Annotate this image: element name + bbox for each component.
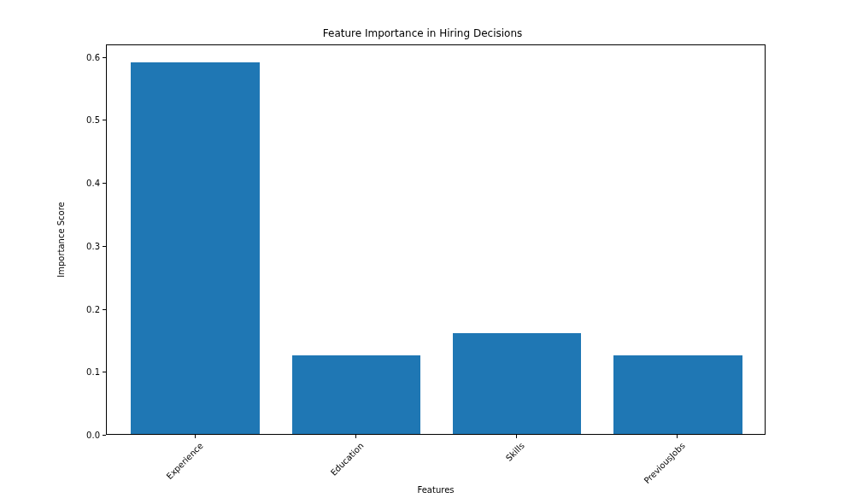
figure: Feature Importance in Hiring Decisions I… — [0, 0, 845, 504]
ytick-label: 0.4 — [66, 179, 100, 188]
ytick-mark — [103, 120, 106, 120]
bar — [613, 355, 742, 434]
plot-area — [107, 45, 765, 434]
xtick-mark — [195, 435, 196, 438]
y-axis-label-text: Importance Score — [56, 202, 66, 278]
ytick-mark — [103, 183, 106, 184]
x-axis-label: Features — [106, 485, 766, 495]
ytick-mark — [103, 309, 106, 310]
xtick-mark — [516, 435, 517, 438]
y-axis-label: Importance Score — [55, 44, 67, 435]
ytick-label: 0.6 — [66, 52, 100, 62]
ytick-mark — [103, 435, 106, 436]
bar — [453, 333, 582, 434]
ytick-label: 0.2 — [66, 304, 100, 314]
ytick-label: 0.1 — [66, 367, 100, 377]
ytick-label: 0.0 — [66, 431, 100, 440]
ytick-mark — [103, 246, 106, 247]
chart-title: Feature Importance in Hiring Decisions — [0, 27, 845, 39]
xtick-mark — [355, 435, 356, 438]
plot-axes — [106, 44, 766, 435]
ytick-mark — [103, 372, 106, 372]
ytick-label: 0.3 — [66, 241, 100, 250]
ytick-mark — [103, 57, 106, 58]
xtick-mark — [677, 435, 678, 438]
ytick-label: 0.5 — [66, 115, 100, 125]
bar — [131, 62, 260, 434]
bar — [292, 355, 421, 434]
